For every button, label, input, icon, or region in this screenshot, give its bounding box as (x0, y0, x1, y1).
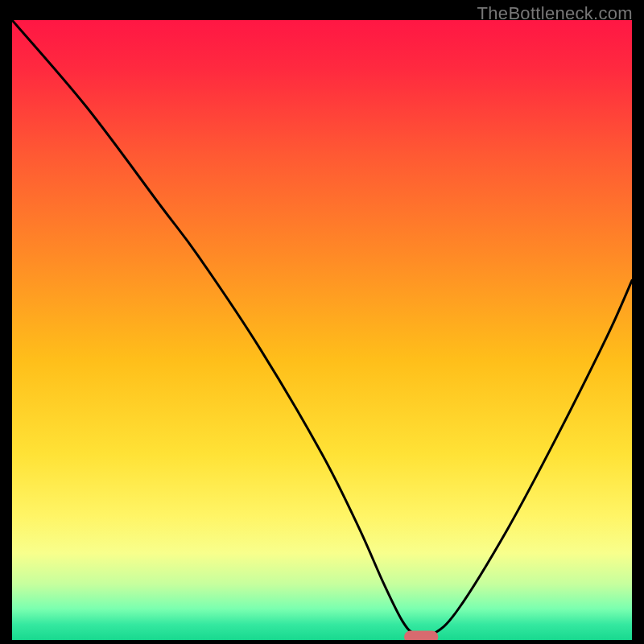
chart-stage: TheBottleneck.com (0, 0, 644, 644)
watermark-text: TheBottleneck.com (477, 3, 633, 24)
bottleneck-chart (12, 20, 632, 640)
optimal-marker (404, 630, 438, 640)
plot-background (12, 20, 632, 640)
